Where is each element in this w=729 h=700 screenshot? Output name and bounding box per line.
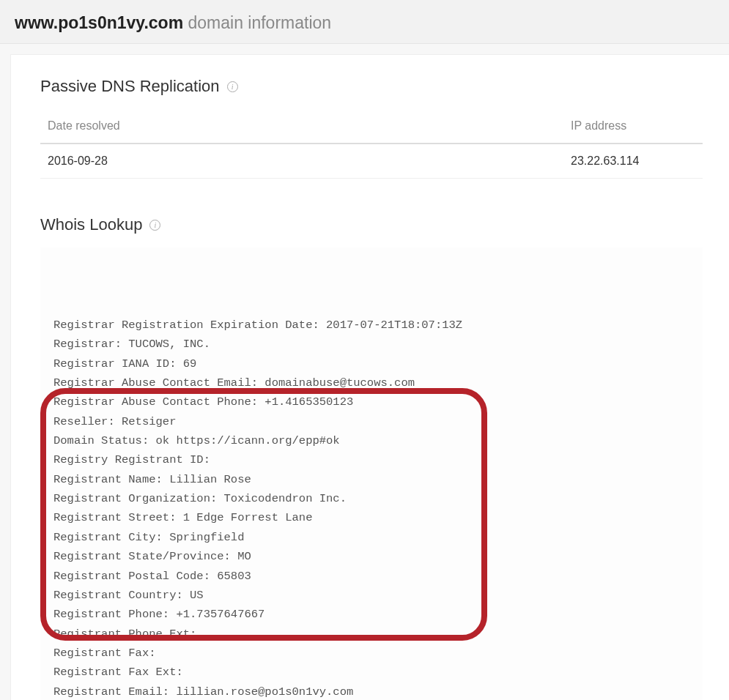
whois-line: Registrant Street: 1 Edge Forrest Lane	[53, 508, 689, 527]
whois-line: Registrar Abuse Contact Email: domainabu…	[53, 373, 689, 392]
whois-text-block: Registrar Registration Expiration Date: …	[40, 247, 703, 700]
whois-line: Registrant City: Springfield	[53, 528, 689, 547]
whois-line: Registrant Organization: Toxicodendron I…	[53, 489, 689, 508]
cell-date: 2016-09-28	[40, 144, 563, 179]
content-card: Passive DNS Replication i Date resolved …	[10, 54, 729, 700]
whois-line: Registrar Registration Expiration Date: …	[53, 316, 689, 335]
info-icon[interactable]: i	[149, 220, 160, 231]
whois-line: Registrar: TUCOWS, INC.	[53, 335, 689, 354]
whois-line: Registrar IANA ID: 69	[53, 354, 689, 373]
whois-line: Registry Registrant ID:	[53, 450, 689, 469]
whois-line: Registrant Email: lillian.rose@po1s0n1vy…	[53, 682, 689, 700]
whois-line: Registrant Fax Ext:	[53, 663, 689, 682]
whois-line: Registrant Phone Ext:	[53, 625, 689, 644]
whois-line: Registrar Abuse Contact Phone: +1.416535…	[53, 392, 689, 412]
whois-line: Registrant Fax:	[53, 644, 689, 663]
col-ip-address: IP address	[563, 109, 703, 144]
whois-line: Registrant State/Province: MO	[53, 547, 689, 566]
header-domain: www.po1s0n1vy.com	[15, 13, 183, 32]
header-suffix: domain information	[183, 13, 331, 32]
whois-line: Registrant Phone: +1.7357647667	[53, 605, 689, 624]
info-icon[interactable]: i	[227, 81, 238, 92]
whois-line: Reseller: Retsiger	[53, 412, 689, 431]
whois-line: Registrant Country: US	[53, 586, 689, 605]
whois-title: Whois Lookup	[40, 215, 142, 234]
whois-line: Registrant Postal Code: 65803	[53, 567, 689, 586]
cell-ip: 23.22.63.114	[563, 144, 703, 179]
whois-line: Registrant Name: Lillian Rose	[53, 470, 689, 489]
passive-dns-table: Date resolved IP address 2016-09-28 23.2…	[40, 109, 703, 179]
col-date-resolved: Date resolved	[40, 109, 563, 144]
whois-title-row: Whois Lookup i	[40, 215, 703, 234]
whois-line: Domain Status: ok https://icann.org/epp#…	[53, 431, 689, 450]
table-row: 2016-09-28 23.22.63.114	[40, 144, 703, 179]
passive-dns-title-row: Passive DNS Replication i	[40, 77, 703, 96]
table-header-row: Date resolved IP address	[40, 109, 703, 144]
passive-dns-title: Passive DNS Replication	[40, 77, 220, 96]
page-header: www.po1s0n1vy.com domain information	[0, 0, 729, 44]
